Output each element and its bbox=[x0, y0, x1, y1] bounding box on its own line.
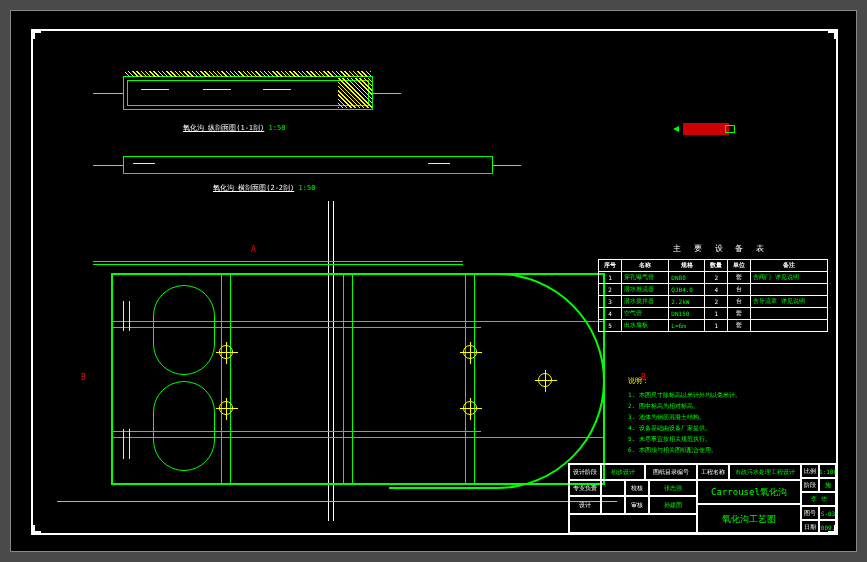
table-cell: 含阀门 详见说明 bbox=[751, 272, 828, 284]
table-cell: 穿孔曝气管 bbox=[621, 272, 668, 284]
tb-label: 图号 bbox=[801, 506, 819, 520]
tank-round-end bbox=[389, 273, 605, 489]
section-mark-b: B bbox=[81, 373, 86, 382]
table-cell: 1 bbox=[705, 320, 728, 332]
table-cell: 1 bbox=[599, 272, 622, 284]
table-cell: 套 bbox=[728, 272, 751, 284]
section-mark-a: A bbox=[251, 245, 256, 254]
table-cell: 1 bbox=[705, 308, 728, 320]
table-cell: 台 bbox=[728, 284, 751, 296]
table-cell: 台 bbox=[728, 296, 751, 308]
tb-label: 阶段 bbox=[801, 478, 819, 492]
table-cell: 潜水推流器 bbox=[621, 284, 668, 296]
parts-col-header: 序号 bbox=[599, 260, 622, 272]
dim-leader bbox=[373, 93, 401, 94]
drawing-frame: 氧化沟 纵剖面图(1-1剖) 1:50 氧化沟 横剖面图(2-2剖) 1:50 bbox=[31, 29, 838, 535]
table-cell: 2 bbox=[705, 272, 728, 284]
section-a-caption: 氧化沟 纵剖面图(1-1剖) 1:50 bbox=[183, 123, 285, 133]
detail-callout bbox=[683, 123, 729, 135]
tb-empty bbox=[569, 514, 697, 534]
drawing-notes: 说明： 1. 本图尺寸除标高以米计外均以毫米计。2. 图中标高为相对标高。3. … bbox=[628, 376, 741, 455]
title-block: 设计阶段 初步设计 图纸目录编号 工程名称 市政污水处理工程设计 专业负责 校核… bbox=[568, 463, 836, 533]
pipe-line bbox=[133, 163, 155, 164]
table-cell: 出水堰板 bbox=[621, 320, 668, 332]
tb-empty bbox=[601, 480, 625, 496]
tb-project-name: 市政污水处理工程设计 bbox=[729, 464, 801, 480]
tb-sheet: S-03 bbox=[819, 506, 837, 520]
tb-stage: 施 bbox=[819, 478, 837, 492]
note-line: 1. 本图尺寸除标高以米计外均以毫米计。 bbox=[628, 389, 741, 400]
cross-beam bbox=[465, 275, 475, 483]
table-cell: L=6m bbox=[669, 320, 705, 332]
table-cell bbox=[751, 320, 828, 332]
aerator-symbol bbox=[538, 373, 552, 387]
parts-table: 序号名称规格数量单位备注 1穿孔曝气管DN802套含阀门 详见说明2潜水推流器Q… bbox=[598, 259, 828, 332]
section-view-b bbox=[123, 156, 493, 174]
table-cell: 空气管 bbox=[621, 308, 668, 320]
table-cell: DN150 bbox=[669, 308, 705, 320]
tb-author: 李 华 bbox=[801, 492, 837, 506]
cross-beam bbox=[221, 275, 231, 483]
table-cell: 潜水搅拌器 bbox=[621, 296, 668, 308]
table-cell: 套 bbox=[728, 308, 751, 320]
tb-value: 孙建国 bbox=[649, 496, 697, 514]
tb-empty bbox=[601, 496, 625, 514]
tb-label: 专业负责 bbox=[569, 480, 601, 496]
inlet-pipe bbox=[123, 301, 124, 331]
tb-label: 校核 bbox=[625, 480, 649, 496]
table-row: 1穿孔曝气管DN802套含阀门 详见说明 bbox=[599, 272, 828, 284]
center-wall bbox=[93, 261, 463, 265]
tb-label: 比例 bbox=[801, 464, 819, 478]
inlet-pipe bbox=[129, 429, 130, 459]
table-cell: 2.2kW bbox=[669, 296, 705, 308]
dim-leader bbox=[93, 165, 123, 166]
table-cell: DN80 bbox=[669, 272, 705, 284]
inlet-pipe bbox=[123, 429, 124, 459]
table-cell bbox=[751, 284, 828, 296]
tb-value: 初步设计 bbox=[601, 464, 645, 480]
inlet-pipe bbox=[129, 301, 130, 331]
tb-value: 张志强 bbox=[649, 480, 697, 496]
parts-table-title: 主 要 设 备 表 bbox=[673, 243, 768, 254]
cross-beam bbox=[343, 275, 353, 483]
aerator-symbol bbox=[463, 345, 477, 359]
pipe-line bbox=[263, 89, 291, 90]
table-cell bbox=[751, 308, 828, 320]
table-cell: 4 bbox=[599, 308, 622, 320]
table-cell: 2 bbox=[599, 284, 622, 296]
note-line: 6. 本图须与相关图纸配合使用。 bbox=[628, 444, 741, 455]
note-line: 5. 未尽事宜按相关规范执行。 bbox=[628, 433, 741, 444]
plan-view bbox=[93, 261, 623, 511]
note-line: 4. 设备基础由设备厂家提供。 bbox=[628, 422, 741, 433]
aerator-symbol bbox=[219, 345, 233, 359]
pipe-line bbox=[203, 89, 231, 90]
tb-scale: 1:100 bbox=[819, 464, 837, 478]
cad-viewport: 氧化沟 纵剖面图(1-1剖) 1:50 氧化沟 横剖面图(2-2剖) 1:50 bbox=[10, 10, 857, 552]
table-cell: 3 bbox=[599, 296, 622, 308]
tb-date: 2009.5 bbox=[819, 520, 837, 534]
tb-label: 审核 bbox=[625, 496, 649, 514]
table-cell: 套 bbox=[728, 320, 751, 332]
tb-label: 工程名称 bbox=[697, 464, 729, 480]
section-view-a bbox=[123, 76, 373, 110]
pipe-line bbox=[428, 163, 450, 164]
aerator-symbol bbox=[463, 401, 477, 415]
dimension-baseline bbox=[57, 501, 617, 502]
note-line: 3. 池体为钢筋混凝土结构。 bbox=[628, 411, 741, 422]
aerator-symbol bbox=[219, 401, 233, 415]
note-line: 2. 图中标高为相对标高。 bbox=[628, 400, 741, 411]
parts-col-header: 数量 bbox=[705, 260, 728, 272]
notes-heading: 说明： bbox=[628, 376, 741, 387]
parts-col-header: 规格 bbox=[669, 260, 705, 272]
dim-leader bbox=[93, 93, 123, 94]
table-row: 2潜水推流器QJB4.04台 bbox=[599, 284, 828, 296]
table-row: 4空气管DN1501套 bbox=[599, 308, 828, 320]
tb-label: 日期 bbox=[801, 520, 819, 534]
table-cell: 4 bbox=[705, 284, 728, 296]
table-cell: 5 bbox=[599, 320, 622, 332]
parts-col-header: 单位 bbox=[728, 260, 751, 272]
section-b-caption: 氧化沟 横剖面图(2-2剖) 1:50 bbox=[213, 183, 315, 193]
dim-leader bbox=[493, 165, 521, 166]
table-cell: QJB4.0 bbox=[669, 284, 705, 296]
hatch-fill bbox=[338, 78, 372, 108]
